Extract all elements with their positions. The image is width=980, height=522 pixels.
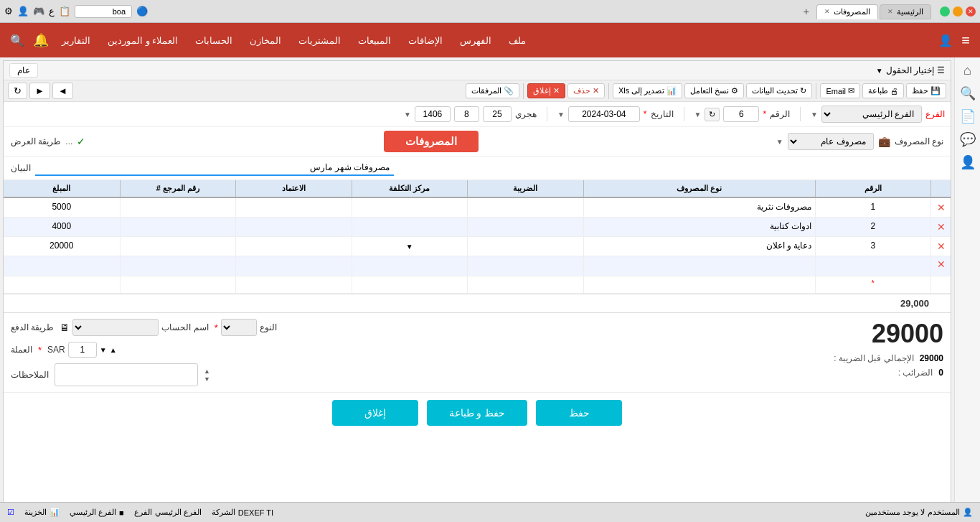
hijri-month-input[interactable] bbox=[454, 106, 479, 122]
expense-type-icon: 💼 bbox=[878, 136, 890, 147]
sidebar-search-icon[interactable]: 🔍 bbox=[960, 85, 976, 101]
nav-prev-button[interactable]: ◄ bbox=[52, 83, 73, 99]
row2-tax[interactable] bbox=[467, 218, 583, 236]
payment-icon: 🖥 bbox=[60, 322, 70, 333]
profile-icon-header[interactable]: 👤 bbox=[938, 34, 953, 47]
save-action-button[interactable]: حفظ bbox=[536, 400, 622, 426]
nav-accounts[interactable]: الحسابات bbox=[187, 23, 241, 57]
check-icon[interactable]: ✓ bbox=[77, 136, 85, 147]
app-icon-6[interactable]: ⚙ bbox=[4, 6, 13, 17]
close-toolbar-button[interactable]: ✕ إغلاق bbox=[527, 83, 565, 98]
notes-textarea[interactable] bbox=[55, 363, 198, 386]
sidebar-chat-icon[interactable]: 💬 bbox=[960, 131, 976, 147]
note-input[interactable] bbox=[35, 160, 394, 176]
refresh-button[interactable]: ↻ bbox=[8, 83, 27, 99]
nav-additions[interactable]: الإضافات bbox=[400, 23, 451, 57]
hijri-year-input[interactable] bbox=[415, 106, 451, 122]
nav-warehouses[interactable]: المخازن bbox=[241, 23, 290, 57]
menu-icon[interactable]: ≡ bbox=[957, 32, 974, 49]
row1-credit[interactable] bbox=[235, 198, 352, 217]
tab-expenses[interactable]: المصروفات ✕ bbox=[816, 4, 878, 19]
minimize-icon[interactable] bbox=[953, 6, 963, 17]
tab-expenses-close[interactable]: ✕ bbox=[824, 8, 830, 15]
spinner-up[interactable]: ▲ bbox=[110, 346, 117, 354]
spinner-down[interactable]: ▼ bbox=[100, 346, 107, 354]
dots-icon[interactable]: ... bbox=[65, 136, 72, 146]
row4-delete[interactable]: ✕ bbox=[930, 256, 951, 276]
row1-delete[interactable]: ✕ bbox=[930, 198, 951, 217]
nav-reports[interactable]: التقارير bbox=[53, 23, 99, 57]
row2-credit[interactable] bbox=[235, 218, 352, 236]
row3-ref[interactable] bbox=[120, 237, 236, 256]
app-icon-4[interactable]: 🎮 bbox=[33, 6, 44, 17]
print-button[interactable]: 🖨 طباعة bbox=[862, 83, 904, 98]
number-refresh[interactable]: ↻ bbox=[705, 108, 720, 121]
tab-main[interactable]: الرئيسية ✕ bbox=[880, 4, 931, 19]
row2-ref[interactable] bbox=[120, 218, 236, 236]
new-tab-btn[interactable]: + bbox=[798, 4, 815, 19]
close-action-button[interactable]: إغلاق bbox=[332, 400, 418, 426]
email-button[interactable]: ✉ Email bbox=[820, 83, 860, 98]
save-print-action-button[interactable]: حفظ و طباعة bbox=[427, 400, 527, 426]
branch-label: الفرع bbox=[925, 109, 945, 119]
search-icon[interactable]: 🔍 bbox=[10, 34, 24, 47]
delete-row2-btn[interactable]: ✕ bbox=[937, 221, 946, 233]
account-name-select[interactable] bbox=[72, 319, 159, 336]
sidebar-user-icon[interactable]: 👤 bbox=[960, 154, 976, 170]
nav-index[interactable]: الفهرس bbox=[451, 23, 500, 57]
save-button[interactable]: 💾 حفظ bbox=[906, 83, 946, 98]
close-window-icon[interactable]: ✕ bbox=[966, 6, 976, 17]
notification-bell[interactable]: 🔔 bbox=[33, 32, 49, 48]
app-icon-3[interactable]: ع bbox=[49, 6, 55, 17]
row3-credit[interactable] bbox=[235, 237, 352, 256]
nav-next-button[interactable]: ► bbox=[29, 83, 50, 99]
export-xls-button[interactable]: 📊 تصدير إلى Xls bbox=[613, 83, 682, 98]
nav-purchases[interactable]: المشتريات bbox=[290, 23, 349, 57]
expense-type-label: نوع المصروف bbox=[895, 136, 943, 146]
notes-down-icon[interactable]: ▼ bbox=[204, 376, 210, 383]
number-input[interactable] bbox=[723, 106, 759, 122]
nav-file[interactable]: ملف bbox=[500, 23, 534, 57]
branch-select[interactable]: الفرع الرئيسي bbox=[821, 106, 922, 123]
status-no-users: 👤 المستخدم لا يوجد مستخدمين bbox=[865, 508, 973, 517]
delete-row3-btn[interactable]: ✕ bbox=[937, 241, 946, 252]
date-group: التاريخ * ▼ bbox=[557, 106, 674, 122]
update-data-button[interactable]: ↻ تحديث البيانات bbox=[746, 83, 812, 98]
attachments-button[interactable]: 📎 المرفقات bbox=[466, 83, 519, 98]
row2-delete[interactable]: ✕ bbox=[930, 218, 951, 236]
nav-sales[interactable]: المبيعات bbox=[349, 23, 400, 57]
top-info-bar: ☰ إختيار الحقول ▼ عام bbox=[4, 61, 951, 80]
app-icon-5[interactable]: 👤 bbox=[17, 6, 29, 17]
hijri-day-input[interactable] bbox=[483, 106, 512, 122]
delete-row4-btn[interactable]: ✕ bbox=[937, 258, 946, 270]
paperclip-icon: 📎 bbox=[504, 86, 514, 95]
delete-button[interactable]: ✕ حذف bbox=[567, 83, 605, 98]
currency-rate-input[interactable] bbox=[68, 342, 97, 358]
nav-customers[interactable]: العملاء و الموردين bbox=[99, 23, 187, 57]
tab-main-close[interactable]: ✕ bbox=[887, 8, 893, 15]
sidebar-doc-icon[interactable]: 📄 bbox=[960, 108, 976, 124]
row2-cost-center[interactable] bbox=[352, 218, 468, 236]
row1-ref[interactable] bbox=[120, 198, 236, 217]
delete-row1-btn[interactable]: ✕ bbox=[937, 202, 946, 213]
fields-icon: ☰ bbox=[937, 65, 945, 75]
deal-copy-button[interactable]: ⚙ نسخ التعامل bbox=[684, 83, 744, 98]
row1-tax[interactable] bbox=[467, 198, 583, 217]
maximize-icon[interactable] bbox=[940, 6, 950, 17]
toolbar: 💾 حفظ 🖨 طباعة ✉ Email ↻ تحديث البيانات ⚙… bbox=[4, 80, 951, 102]
payment-type-select[interactable] bbox=[221, 319, 257, 336]
expense-type-select[interactable]: مصروف عام bbox=[788, 133, 874, 150]
row3-cost-center[interactable]: ▼ bbox=[352, 237, 468, 256]
date-input[interactable] bbox=[568, 106, 640, 122]
row3-delete[interactable]: ✕ bbox=[930, 237, 951, 256]
status-no-users-text: لا يوجد مستخدمين bbox=[865, 508, 925, 517]
fields-selector[interactable]: ☰ إختيار الحقول ▼ bbox=[876, 65, 945, 75]
note-label: البيان bbox=[11, 163, 31, 173]
notes-up-icon[interactable]: ▲ bbox=[204, 368, 210, 375]
app-icon-2[interactable]: 📋 bbox=[59, 6, 70, 17]
app-icon-1[interactable]: 🔵 bbox=[136, 6, 148, 17]
row3-tax[interactable] bbox=[467, 237, 583, 256]
branch-icon: ■ bbox=[119, 508, 124, 517]
sidebar-home-icon[interactable]: ⌂ bbox=[963, 63, 971, 78]
row1-cost-center[interactable] bbox=[352, 198, 468, 217]
